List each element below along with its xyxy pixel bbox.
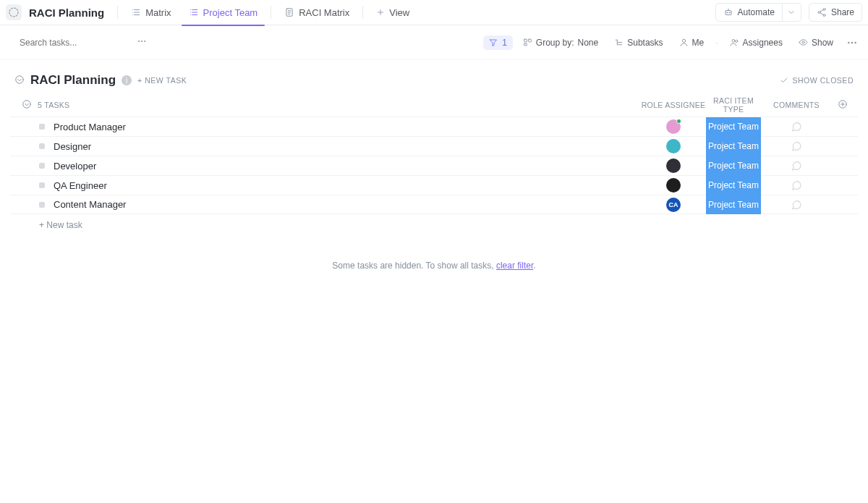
task-row[interactable]: QA EngineerProject Team [10,175,858,195]
more-horizontal-icon [846,37,858,48]
svg-point-47 [855,42,856,43]
svg-rect-35 [528,39,531,42]
new-task-header-button[interactable]: + NEW TASK [137,76,187,85]
eye-icon [799,38,808,47]
assignees-button[interactable]: Assignees [724,35,788,51]
chevron-down-circle-icon [22,99,32,109]
group-by-button[interactable]: Group by: None [517,35,604,51]
automate-button[interactable]: Automate [715,3,783,22]
tab-project-team[interactable]: Project Team [182,0,265,25]
workspace-icon [6,4,22,20]
tab-raci-matrix[interactable]: RACI Matrix [277,0,357,25]
drag-handle[interactable] [39,124,45,130]
type-chip[interactable]: Project Team [706,176,761,195]
avatar[interactable] [666,139,681,153]
drag-handle[interactable] [39,163,45,169]
add-view-label: View [389,7,409,18]
svg-point-48 [16,75,24,83]
group-icon [523,38,532,47]
share-icon [817,7,827,17]
task-row[interactable]: Product ManagerProject Team [10,117,858,136]
automate-button-group: Automate [715,3,801,22]
subtasks-button[interactable]: Subtasks [608,35,668,51]
svg-point-49 [23,101,31,109]
column-header-comments[interactable]: COMMENTS [761,101,832,109]
svg-rect-19 [726,11,731,15]
column-header-assignee[interactable]: ROLE ASSIGNEE [641,101,706,109]
hidden-tasks-text: Some tasks are hidden. To show all tasks… [332,261,496,271]
comments-button[interactable] [761,199,832,211]
group-title: RACI Planning [30,73,116,88]
task-name: Designer [54,141,641,152]
type-chip[interactable]: Project Team [706,156,761,176]
show-button[interactable]: Show [793,35,839,51]
plus-icon [376,8,385,17]
add-view-button[interactable]: View [369,0,417,25]
group-by-value: None [578,38,599,48]
avatar[interactable] [666,119,681,134]
show-closed-label: SHOW CLOSED [792,76,854,85]
filter-badge[interactable]: 1 [483,35,513,50]
more-button[interactable] [843,34,861,51]
svg-point-31 [141,41,142,41]
chat-icon [791,179,802,191]
collapse-toggle[interactable] [14,75,25,87]
info-icon[interactable]: i [122,75,132,85]
chat-icon [791,121,802,132]
svg-rect-36 [524,43,527,46]
type-chip[interactable]: Project Team [706,195,761,214]
type-chip[interactable]: Project Team [706,117,761,137]
comments-button[interactable] [761,121,832,132]
task-name: QA Engineer [54,180,641,191]
check-icon [780,76,788,85]
svg-point-20 [726,12,727,13]
new-task-row[interactable]: + New task [10,214,858,236]
show-closed-button[interactable]: SHOW CLOSED [780,76,854,85]
doc-icon [284,7,294,17]
svg-point-0 [9,8,18,17]
subtasks-icon [614,38,624,47]
avatar[interactable] [666,158,681,173]
hidden-tasks-message: Some tasks are hidden. To show all tasks… [10,261,858,271]
task-row[interactable]: DesignerProject Team [10,136,858,156]
comments-button[interactable] [761,179,832,191]
task-row[interactable]: Content ManagerCAProject Team [10,195,858,214]
hidden-tasks-suffix: . [533,261,535,271]
svg-point-41 [682,39,685,42]
list-icon [189,7,199,17]
comments-button[interactable] [761,140,832,152]
list-icon [131,7,141,17]
svg-point-42 [732,39,735,42]
task-row[interactable]: DeveloperProject Team [10,156,858,175]
drag-handle[interactable] [39,182,45,188]
drag-handle[interactable] [39,143,45,149]
separator [117,6,118,19]
chat-icon [791,199,802,211]
top-bar: RACI Planning Matrix Project Team RACI M… [0,0,868,25]
chat-icon [791,140,802,152]
task-name: Developer [54,161,641,172]
svg-line-27 [820,13,823,15]
tab-label: RACI Matrix [299,7,349,18]
presence-dot [676,119,681,124]
group-header: RACI Planning i + NEW TASK SHOW CLOSED [10,67,858,93]
automate-dropdown[interactable] [783,3,801,22]
type-chip[interactable]: Project Team [706,137,761,156]
drag-handle[interactable] [39,202,45,208]
svg-point-46 [851,42,852,43]
add-column-button[interactable] [832,99,854,111]
comments-button[interactable] [761,160,832,172]
clear-filter-link[interactable]: clear filter [496,261,533,271]
search-input[interactable] [20,38,128,48]
me-button[interactable]: Me [673,35,710,51]
avatar[interactable]: CA [666,198,681,212]
avatar[interactable] [666,178,681,193]
status-column-toggle[interactable] [22,99,32,111]
separator [362,6,363,19]
column-header-type[interactable]: RACI ITEM TYPE [706,96,761,114]
tab-matrix[interactable]: Matrix [124,0,178,25]
search-box[interactable] [7,31,123,54]
share-button[interactable]: Share [809,3,862,22]
search-more-button[interactable] [134,35,150,50]
task-count: 5 TASKS [38,101,69,109]
